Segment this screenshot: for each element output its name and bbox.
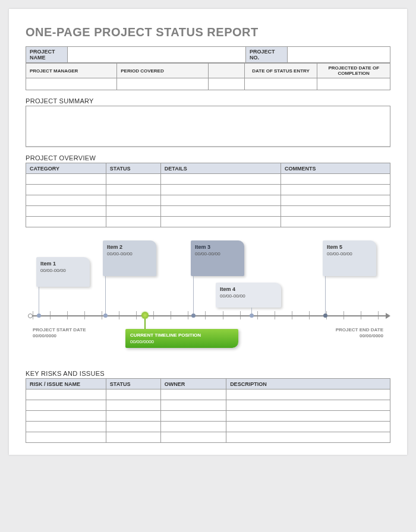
- col-status: STATUS: [106, 163, 160, 174]
- page: ONE-PAGE PROJECT STATUS REPORT PROJECT N…: [9, 9, 407, 455]
- timeline-axis: [30, 315, 386, 316]
- timeline-dot: [103, 314, 108, 318]
- period-value[interactable]: [117, 78, 208, 90]
- timeline-dot: [37, 314, 41, 318]
- page-title: ONE-PAGE PROJECT STATUS REPORT: [26, 26, 390, 39]
- project-name-label: PROJECT NAME: [26, 47, 68, 63]
- completion-date-value[interactable]: [317, 78, 390, 90]
- timeline-dot: [250, 314, 254, 318]
- col-risk-name: RISK / ISSUE NAME: [26, 379, 106, 390]
- current-position-marker: [141, 312, 149, 319]
- col-category: CATEGORY: [26, 163, 106, 174]
- col-risk-status: STATUS: [106, 379, 160, 390]
- table-row: [26, 400, 390, 411]
- project-info-table-1: PROJECT NAME PROJECT NO.: [26, 46, 390, 63]
- timeline-dot: [323, 314, 327, 318]
- table-row: [26, 185, 390, 195]
- table-row: [26, 217, 390, 227]
- risks-table: RISK / ISSUE NAME STATUS OWNER DESCRIPTI…: [26, 378, 390, 443]
- summary-heading: PROJECT SUMMARY: [26, 97, 390, 104]
- table-row: [26, 174, 390, 185]
- entry-date-value[interactable]: [244, 78, 317, 90]
- timeline: Item 100/00-00/00 Item 200/00-00/00 Item…: [26, 238, 390, 363]
- col-comments: COMMENTS: [281, 163, 390, 174]
- col-risk-owner: OWNER: [160, 379, 226, 390]
- col-details: DETAILS: [160, 163, 281, 174]
- pm-label: PROJECT MANAGER: [26, 64, 117, 78]
- table-row: [26, 411, 390, 422]
- risks-heading: KEY RISKS AND ISSUES: [26, 370, 390, 377]
- pm-value[interactable]: [26, 78, 117, 90]
- timeline-item-2: Item 200/00-00/00: [103, 240, 156, 276]
- timeline-item-3: Item 300/00-00/00: [191, 240, 244, 276]
- table-row: [26, 206, 390, 217]
- timeline-item-4: Item 400/00-00/00: [216, 283, 281, 308]
- timeline-item-5: Item 500/00-00/00: [323, 240, 376, 276]
- entry-date-label: DATE OF STATUS ENTRY: [244, 64, 317, 78]
- overview-table: CATEGORY STATUS DETAILS COMMENTS: [26, 163, 390, 227]
- timeline-dot: [191, 314, 196, 318]
- period-label: PERIOD COVERED: [117, 64, 208, 78]
- col-risk-desc: DESCRIPTION: [226, 379, 390, 390]
- project-no-label: PROJECT NO.: [246, 47, 288, 63]
- timeline-item-1: Item 100/00-00/00: [36, 257, 90, 287]
- project-end-label: PROJECT END DATE00/00/0000: [336, 327, 383, 340]
- completion-date-label: PROJECTED DATE OF COMPLETION: [317, 64, 390, 78]
- summary-box[interactable]: [26, 106, 390, 147]
- project-no-value[interactable]: [288, 47, 390, 63]
- table-row: [26, 432, 390, 443]
- overview-heading: PROJECT OVERVIEW: [26, 154, 390, 162]
- project-info-table-2: PROJECT MANAGER PERIOD COVERED DATE OF S…: [26, 63, 390, 90]
- table-row: [26, 390, 390, 400]
- table-row: [26, 422, 390, 432]
- project-start-label: PROJECT START DATE00/00/0000: [33, 327, 86, 340]
- project-name-value[interactable]: [68, 47, 246, 63]
- current-position-callout: CURRENT TIMELINE POSITION00/00/0000: [125, 329, 238, 348]
- table-row: [26, 195, 390, 206]
